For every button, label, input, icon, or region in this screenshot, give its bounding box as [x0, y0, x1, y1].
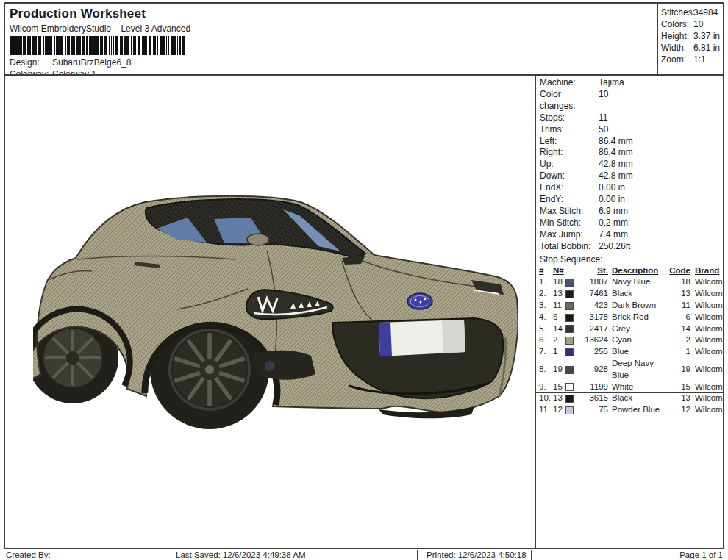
stop-brand: Wilcom: [690, 404, 724, 416]
stop-description: Black: [608, 392, 668, 404]
fog-intake: [254, 351, 315, 380]
stop-n: 2: [553, 334, 565, 346]
stop-description: Cyan: [608, 334, 668, 346]
stop-code: 1: [668, 346, 690, 358]
stop-num: 9.: [539, 381, 553, 393]
stop-sequence-row: 8. 19 928 Deep Navy Blue 19 Wilcom: [539, 358, 723, 381]
machine-info-value: 250.26ft: [599, 241, 723, 253]
machine-info-row: Right: 86.4 mm: [536, 147, 723, 159]
stop-stitches: 3178: [577, 312, 608, 323]
stop-sequence-table: # N# St. Description Code Brand 1. 18 18…: [536, 265, 723, 416]
stop-brand: Wilcom: [690, 381, 724, 393]
page-number: Page 1 of 1: [531, 550, 724, 560]
machine-info-row: Trims: 50: [536, 124, 723, 136]
created-by: Created By:: [4, 550, 171, 560]
summary-value: 1:1: [693, 54, 723, 65]
stop-num: 1.: [539, 276, 553, 288]
machine-info-label: EndX:: [540, 182, 599, 194]
app-subtitle: Wilcom EmbroideryStudio – Level 3 Advanc…: [10, 24, 190, 34]
thread-color-swatch: [565, 406, 574, 414]
header-panel: Production Worksheet Wilcom EmbroiderySt…: [4, 2, 658, 76]
stop-n: 11: [553, 300, 565, 312]
machine-info-value: 86.4 mm: [599, 136, 723, 148]
stop-sequence-row: 1. 18 1807 Navy Blue 18 Wilcom: [539, 276, 723, 288]
machine-info-row: Left: 86.4 mm: [536, 136, 723, 148]
machine-info-value: 7.4 mm: [599, 229, 723, 241]
summary-value: 34984: [693, 7, 723, 18]
machine-info-label: Total Bobbin:: [540, 241, 599, 253]
thread-color-swatch: [565, 395, 574, 403]
stop-num: 10.: [539, 392, 553, 404]
machine-info-label: Stops:: [540, 112, 599, 124]
stop-stitches: 255: [577, 346, 608, 358]
stop-brand: Wilcom: [690, 346, 724, 358]
summary-label: Colors:: [661, 18, 693, 30]
stop-code: 19: [668, 364, 690, 376]
machine-info-value: 6.9 mm: [599, 206, 723, 218]
stop-sequence-row: 10. 13 3615 Black 13 Wilcom: [539, 392, 723, 404]
panel-divider: [535, 76, 536, 548]
stop-sequence-title: Stop Sequence:: [536, 254, 723, 265]
stop-stitches: 13624: [577, 334, 608, 346]
stop-brand: Wilcom: [690, 392, 724, 404]
stop-description: Blue: [608, 346, 668, 358]
stop-num: 4.: [539, 312, 553, 323]
stop-num: 5.: [539, 323, 553, 335]
stop-code: 15: [668, 381, 690, 393]
stop-sequence-header: # N# St. Description Code Brand: [539, 265, 723, 277]
stop-sequence-row: 6. 2 13624 Cyan 2 Wilcom: [539, 334, 723, 346]
machine-info-label: Trims:: [540, 124, 599, 136]
thread-color-swatch: [565, 366, 574, 374]
thread-color-swatch: [565, 348, 574, 356]
barcode: [10, 36, 185, 55]
machine-info-value: 42.8 mm: [599, 159, 723, 170]
machine-info-row: Color changes: 10: [536, 89, 723, 112]
machine-info-label: Machine:: [540, 77, 599, 89]
stop-code: 18: [668, 276, 690, 288]
stop-brand: Wilcom: [690, 288, 724, 300]
stop-n: 13: [553, 392, 565, 404]
thread-color-swatch: [565, 290, 574, 298]
stop-sequence-row: 4. 6 3178 Brick Red 6 Wilcom: [539, 312, 723, 323]
machine-info-list: Machine: Tajima Color changes: 10 Stops:…: [536, 76, 723, 253]
machine-info-value: 50: [599, 124, 723, 136]
machine-info-row: EndY: 0.00 in: [536, 194, 723, 206]
design-value: SubaruBrzBeige6_8: [52, 57, 131, 68]
stop-n: 18: [553, 276, 565, 288]
stop-num: 7.: [539, 346, 553, 358]
machine-info-row: Down: 42.8 mm: [536, 170, 723, 182]
stop-n: 14: [553, 323, 565, 335]
machine-info-row: Machine: Tajima: [536, 77, 723, 89]
stop-n: 15: [553, 381, 565, 393]
door-handle: [136, 264, 158, 266]
stop-num: 6.: [539, 334, 553, 346]
machine-info-label: Up:: [540, 159, 599, 170]
stop-n: 19: [553, 364, 565, 376]
stop-n: 12: [553, 404, 565, 416]
col-n: N#: [553, 265, 565, 277]
machine-info-label: EndY:: [540, 194, 599, 206]
machine-info-label: Right:: [540, 147, 599, 159]
stop-description: Brick Red: [608, 312, 668, 323]
stop-n: 6: [553, 312, 565, 323]
summary-row: Zoom: 1:1: [658, 54, 723, 65]
production-worksheet-page: Production Worksheet Wilcom EmbroiderySt…: [0, 0, 728, 560]
machine-info-value: 42.8 mm: [599, 170, 723, 182]
stop-sequence-rows: 1. 18 1807 Navy Blue 18 Wilcom 2. 13 746…: [539, 276, 723, 416]
stop-num: 11.: [539, 404, 553, 416]
stop-description: White: [608, 381, 668, 393]
machine-info-label: Down:: [540, 170, 599, 182]
design-label: Design:: [10, 57, 52, 68]
machine-info-row: Total Bobbin: 250.26ft: [536, 241, 723, 253]
machine-info-value: 11: [599, 112, 723, 124]
stop-description: Powder Blue: [608, 404, 668, 416]
summary-list: Stitches: 34984 Colors: 10 Height: 3.37 …: [658, 4, 723, 65]
stop-code: 12: [668, 404, 690, 416]
design-row: Design:SubaruBrzBeige6_8: [10, 57, 131, 68]
thread-color-swatch: [565, 383, 574, 391]
footer-bar: Created By: Last Saved: 12/6/2023 4:49:3…: [4, 548, 724, 560]
stop-description: Dark Brown: [608, 300, 668, 312]
machine-info-label: Min Stitch:: [540, 218, 599, 229]
subaru-logo-icon: [407, 293, 432, 309]
summary-label: Width:: [661, 42, 693, 54]
